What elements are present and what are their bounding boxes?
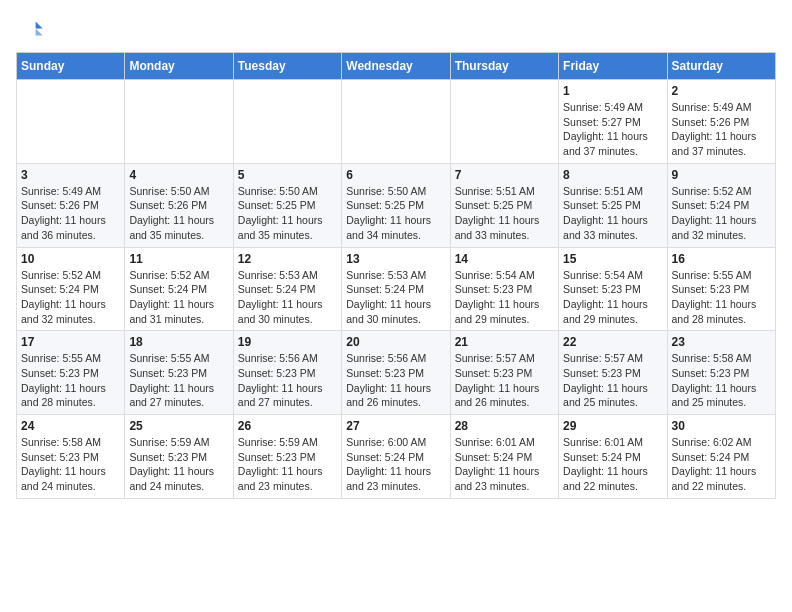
day-number: 9 (672, 168, 771, 182)
day-info: Sunrise: 5:57 AM Sunset: 5:23 PM Dayligh… (455, 351, 554, 410)
weekday-header: Thursday (450, 53, 558, 80)
calendar-cell: 17Sunrise: 5:55 AM Sunset: 5:23 PM Dayli… (17, 331, 125, 415)
calendar-header-row: SundayMondayTuesdayWednesdayThursdayFrid… (17, 53, 776, 80)
calendar-cell: 8Sunrise: 5:51 AM Sunset: 5:25 PM Daylig… (559, 163, 667, 247)
day-info: Sunrise: 5:53 AM Sunset: 5:24 PM Dayligh… (238, 268, 337, 327)
calendar-cell: 29Sunrise: 6:01 AM Sunset: 5:24 PM Dayli… (559, 415, 667, 499)
day-info: Sunrise: 5:54 AM Sunset: 5:23 PM Dayligh… (455, 268, 554, 327)
day-number: 4 (129, 168, 228, 182)
calendar-cell: 11Sunrise: 5:52 AM Sunset: 5:24 PM Dayli… (125, 247, 233, 331)
day-number: 21 (455, 335, 554, 349)
weekday-header: Tuesday (233, 53, 341, 80)
calendar-cell: 18Sunrise: 5:55 AM Sunset: 5:23 PM Dayli… (125, 331, 233, 415)
calendar-cell: 22Sunrise: 5:57 AM Sunset: 5:23 PM Dayli… (559, 331, 667, 415)
weekday-header: Monday (125, 53, 233, 80)
calendar-week-row: 17Sunrise: 5:55 AM Sunset: 5:23 PM Dayli… (17, 331, 776, 415)
day-info: Sunrise: 5:57 AM Sunset: 5:23 PM Dayligh… (563, 351, 662, 410)
svg-marker-1 (36, 29, 43, 36)
calendar-cell: 21Sunrise: 5:57 AM Sunset: 5:23 PM Dayli… (450, 331, 558, 415)
day-info: Sunrise: 5:50 AM Sunset: 5:26 PM Dayligh… (129, 184, 228, 243)
calendar-cell: 19Sunrise: 5:56 AM Sunset: 5:23 PM Dayli… (233, 331, 341, 415)
day-number: 19 (238, 335, 337, 349)
calendar-cell: 23Sunrise: 5:58 AM Sunset: 5:23 PM Dayli… (667, 331, 775, 415)
day-info: Sunrise: 5:59 AM Sunset: 5:23 PM Dayligh… (129, 435, 228, 494)
calendar-cell: 15Sunrise: 5:54 AM Sunset: 5:23 PM Dayli… (559, 247, 667, 331)
day-info: Sunrise: 5:50 AM Sunset: 5:25 PM Dayligh… (346, 184, 445, 243)
day-number: 17 (21, 335, 120, 349)
day-info: Sunrise: 5:52 AM Sunset: 5:24 PM Dayligh… (21, 268, 120, 327)
day-number: 18 (129, 335, 228, 349)
calendar-cell: 27Sunrise: 6:00 AM Sunset: 5:24 PM Dayli… (342, 415, 450, 499)
day-info: Sunrise: 6:00 AM Sunset: 5:24 PM Dayligh… (346, 435, 445, 494)
day-number: 1 (563, 84, 662, 98)
day-number: 16 (672, 252, 771, 266)
day-info: Sunrise: 5:55 AM Sunset: 5:23 PM Dayligh… (21, 351, 120, 410)
day-info: Sunrise: 5:54 AM Sunset: 5:23 PM Dayligh… (563, 268, 662, 327)
calendar-cell: 5Sunrise: 5:50 AM Sunset: 5:25 PM Daylig… (233, 163, 341, 247)
calendar-cell: 30Sunrise: 6:02 AM Sunset: 5:24 PM Dayli… (667, 415, 775, 499)
day-number: 11 (129, 252, 228, 266)
day-info: Sunrise: 5:51 AM Sunset: 5:25 PM Dayligh… (563, 184, 662, 243)
day-number: 7 (455, 168, 554, 182)
calendar-cell: 25Sunrise: 5:59 AM Sunset: 5:23 PM Dayli… (125, 415, 233, 499)
calendar-cell: 12Sunrise: 5:53 AM Sunset: 5:24 PM Dayli… (233, 247, 341, 331)
day-info: Sunrise: 5:56 AM Sunset: 5:23 PM Dayligh… (238, 351, 337, 410)
day-info: Sunrise: 6:01 AM Sunset: 5:24 PM Dayligh… (563, 435, 662, 494)
calendar-cell: 9Sunrise: 5:52 AM Sunset: 5:24 PM Daylig… (667, 163, 775, 247)
calendar-cell: 20Sunrise: 5:56 AM Sunset: 5:23 PM Dayli… (342, 331, 450, 415)
calendar-table: SundayMondayTuesdayWednesdayThursdayFrid… (16, 52, 776, 499)
calendar-week-row: 1Sunrise: 5:49 AM Sunset: 5:27 PM Daylig… (17, 80, 776, 164)
calendar-cell: 13Sunrise: 5:53 AM Sunset: 5:24 PM Dayli… (342, 247, 450, 331)
day-number: 29 (563, 419, 662, 433)
day-number: 28 (455, 419, 554, 433)
calendar-week-row: 10Sunrise: 5:52 AM Sunset: 5:24 PM Dayli… (17, 247, 776, 331)
day-info: Sunrise: 6:01 AM Sunset: 5:24 PM Dayligh… (455, 435, 554, 494)
calendar-cell (233, 80, 341, 164)
calendar-week-row: 3Sunrise: 5:49 AM Sunset: 5:26 PM Daylig… (17, 163, 776, 247)
calendar-cell: 7Sunrise: 5:51 AM Sunset: 5:25 PM Daylig… (450, 163, 558, 247)
calendar-cell: 3Sunrise: 5:49 AM Sunset: 5:26 PM Daylig… (17, 163, 125, 247)
calendar-cell: 14Sunrise: 5:54 AM Sunset: 5:23 PM Dayli… (450, 247, 558, 331)
calendar-cell: 16Sunrise: 5:55 AM Sunset: 5:23 PM Dayli… (667, 247, 775, 331)
day-number: 24 (21, 419, 120, 433)
calendar-cell: 24Sunrise: 5:58 AM Sunset: 5:23 PM Dayli… (17, 415, 125, 499)
day-info: Sunrise: 5:52 AM Sunset: 5:24 PM Dayligh… (129, 268, 228, 327)
day-number: 12 (238, 252, 337, 266)
day-number: 8 (563, 168, 662, 182)
calendar-cell (450, 80, 558, 164)
calendar-cell: 2Sunrise: 5:49 AM Sunset: 5:26 PM Daylig… (667, 80, 775, 164)
weekday-header: Saturday (667, 53, 775, 80)
day-info: Sunrise: 5:53 AM Sunset: 5:24 PM Dayligh… (346, 268, 445, 327)
calendar-cell: 26Sunrise: 5:59 AM Sunset: 5:23 PM Dayli… (233, 415, 341, 499)
day-info: Sunrise: 5:59 AM Sunset: 5:23 PM Dayligh… (238, 435, 337, 494)
day-info: Sunrise: 5:52 AM Sunset: 5:24 PM Dayligh… (672, 184, 771, 243)
calendar-cell: 28Sunrise: 6:01 AM Sunset: 5:24 PM Dayli… (450, 415, 558, 499)
day-info: Sunrise: 5:51 AM Sunset: 5:25 PM Dayligh… (455, 184, 554, 243)
day-number: 15 (563, 252, 662, 266)
day-info: Sunrise: 5:56 AM Sunset: 5:23 PM Dayligh… (346, 351, 445, 410)
day-number: 26 (238, 419, 337, 433)
day-info: Sunrise: 5:49 AM Sunset: 5:27 PM Dayligh… (563, 100, 662, 159)
calendar-cell: 4Sunrise: 5:50 AM Sunset: 5:26 PM Daylig… (125, 163, 233, 247)
day-info: Sunrise: 5:49 AM Sunset: 5:26 PM Dayligh… (21, 184, 120, 243)
day-number: 22 (563, 335, 662, 349)
day-number: 5 (238, 168, 337, 182)
weekday-header: Wednesday (342, 53, 450, 80)
calendar-cell (125, 80, 233, 164)
day-info: Sunrise: 5:50 AM Sunset: 5:25 PM Dayligh… (238, 184, 337, 243)
day-number: 10 (21, 252, 120, 266)
weekday-header: Friday (559, 53, 667, 80)
day-number: 3 (21, 168, 120, 182)
calendar-cell (342, 80, 450, 164)
weekday-header: Sunday (17, 53, 125, 80)
calendar-cell: 10Sunrise: 5:52 AM Sunset: 5:24 PM Dayli… (17, 247, 125, 331)
calendar-cell: 1Sunrise: 5:49 AM Sunset: 5:27 PM Daylig… (559, 80, 667, 164)
day-number: 13 (346, 252, 445, 266)
logo-icon (16, 16, 44, 44)
day-number: 27 (346, 419, 445, 433)
calendar-cell (17, 80, 125, 164)
day-info: Sunrise: 5:58 AM Sunset: 5:23 PM Dayligh… (672, 351, 771, 410)
logo (16, 16, 48, 44)
day-info: Sunrise: 6:02 AM Sunset: 5:24 PM Dayligh… (672, 435, 771, 494)
day-number: 23 (672, 335, 771, 349)
